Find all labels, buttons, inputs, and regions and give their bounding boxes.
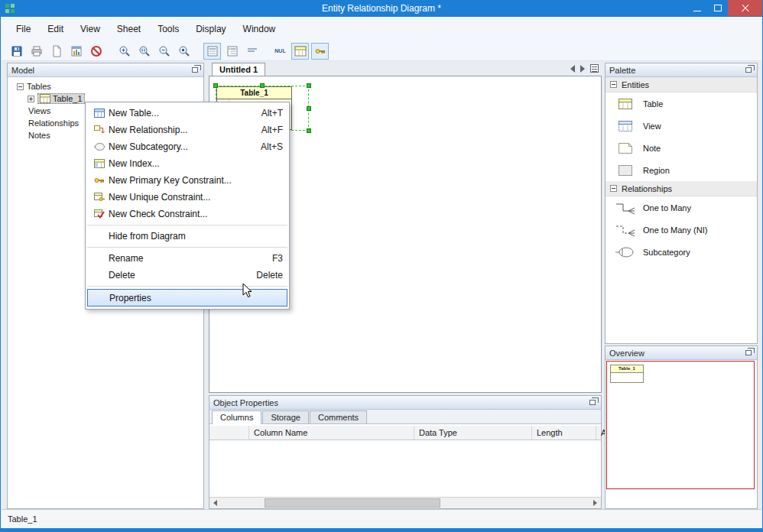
tree-selected-item[interactable]: Table_1 xyxy=(37,93,85,104)
view-columns-button[interactable] xyxy=(203,43,221,60)
stop-edit-button[interactable] xyxy=(87,43,105,60)
show-nullable-button[interactable]: NUL xyxy=(271,43,289,60)
scroll-right-button[interactable] xyxy=(589,498,601,508)
overview-viewport-rect[interactable]: Table_1 xyxy=(606,361,755,489)
menu-display[interactable]: Display xyxy=(187,20,234,38)
context-menu-item-rename[interactable]: Rename F3 xyxy=(86,250,289,267)
nav-next-icon[interactable] xyxy=(580,65,585,73)
selection-handle[interactable] xyxy=(307,128,311,133)
selection-handle[interactable] xyxy=(260,83,265,88)
float-panel-icon[interactable] xyxy=(745,67,752,73)
menu-sheet[interactable]: Sheet xyxy=(109,20,149,38)
zoom-in-button[interactable] xyxy=(115,43,133,60)
zoom-actual-button[interactable] xyxy=(135,43,153,60)
tab-comments[interactable]: Comments xyxy=(310,410,367,423)
palette-item-note[interactable]: Note xyxy=(606,137,757,159)
menu-view[interactable]: View xyxy=(72,20,109,38)
palette-item-region[interactable]: Region xyxy=(606,159,757,181)
palette-item-view[interactable]: View xyxy=(606,115,757,137)
context-menu-item-new-table[interactable]: New Table... Alt+T xyxy=(86,105,289,122)
selection-handle[interactable] xyxy=(307,83,311,88)
menu-tools[interactable]: Tools xyxy=(149,20,187,38)
view-keys-columns-button[interactable] xyxy=(223,43,241,60)
context-menu-item-new-relationship[interactable]: New Relationship... Alt+F xyxy=(86,122,289,138)
menu-item-label: Properties xyxy=(109,293,281,303)
report-button[interactable] xyxy=(67,43,85,60)
tab-untitled-1[interactable]: Untitled 1 xyxy=(212,63,265,76)
menu-edit[interactable]: Edit xyxy=(39,20,72,38)
menu-item-label: New Primary Key Constraint... xyxy=(109,175,283,186)
menu-item-shortcut: Alt+F xyxy=(261,125,283,135)
column-header-rowmark[interactable] xyxy=(209,426,249,440)
context-menu-item-new-check[interactable]: New Check Constraint... xyxy=(86,206,289,222)
object-properties-panel: Object Properties Columns Storage Commen… xyxy=(209,395,602,509)
column-header-name[interactable]: Column Name xyxy=(249,426,414,440)
table-icon xyxy=(619,99,632,109)
menu-item-label: Hide from Diagram xyxy=(109,231,283,242)
new-page-button[interactable] xyxy=(47,43,65,60)
tab-columns[interactable]: Columns xyxy=(212,410,261,424)
menu-separator xyxy=(87,225,287,225)
scrollbar-thumb[interactable] xyxy=(265,498,440,508)
zoom-in-icon xyxy=(119,45,131,57)
zoom-fit-button[interactable] xyxy=(175,43,193,60)
collapse-icon[interactable] xyxy=(17,83,24,90)
expand-icon[interactable] xyxy=(28,96,34,102)
context-menu-item-new-primary-key[interactable]: New Primary Key Constraint... xyxy=(86,172,289,189)
menu-item-shortcut: Alt+T xyxy=(261,108,283,118)
tree-item-label: Notes xyxy=(28,131,50,140)
overview-header[interactable]: Overview xyxy=(606,346,757,360)
minimize-button[interactable] xyxy=(687,0,707,16)
float-panel-icon[interactable] xyxy=(745,350,752,355)
model-panel-header[interactable]: Model xyxy=(8,63,203,77)
object-properties-header[interactable]: Object Properties xyxy=(209,396,601,410)
columns-table-body[interactable] xyxy=(209,440,601,497)
column-header-datatype[interactable]: Data Type xyxy=(414,426,532,440)
float-panel-icon[interactable] xyxy=(192,67,198,73)
save-button[interactable] xyxy=(8,43,25,60)
save-icon xyxy=(11,45,23,57)
menu-item-label: New Check Constraint... xyxy=(109,209,283,219)
palette-section-relationships[interactable]: Relationships xyxy=(606,181,757,196)
maximize-button[interactable] xyxy=(707,0,728,16)
menu-window[interactable]: Window xyxy=(235,20,284,38)
collapse-icon[interactable] xyxy=(610,185,617,192)
palette-item-one-to-many[interactable]: One to Many xyxy=(606,196,757,219)
palette-section-entities[interactable]: Entities xyxy=(606,77,757,92)
context-menu-item-hide-from-diagram[interactable]: Hide from Diagram xyxy=(86,228,289,245)
float-panel-icon[interactable] xyxy=(589,400,596,405)
zoom-out-button[interactable] xyxy=(155,43,173,60)
scroll-left-button[interactable] xyxy=(209,498,221,508)
zoom-fit-icon xyxy=(178,45,190,57)
object-properties-title: Object Properties xyxy=(213,398,589,407)
collapse-icon[interactable] xyxy=(610,81,617,88)
nav-previous-icon[interactable] xyxy=(570,65,575,73)
context-menu-item-delete[interactable]: Delete Delete xyxy=(86,267,289,284)
print-button[interactable] xyxy=(28,43,45,60)
show-keys-button[interactable] xyxy=(311,43,329,60)
menu-item-shortcut: Alt+S xyxy=(261,141,283,152)
horizontal-scrollbar[interactable] xyxy=(209,497,601,508)
overview-content[interactable]: Table_1 xyxy=(606,360,757,508)
menu-bar: File Edit View Sheet Tools Display Windo… xyxy=(2,17,761,41)
view-names-button[interactable] xyxy=(243,43,261,60)
palette-header[interactable]: Palette xyxy=(606,63,757,77)
context-menu-item-new-unique[interactable]: New Unique Constraint... xyxy=(86,189,289,206)
context-menu-item-properties[interactable]: Properties xyxy=(87,289,287,307)
tree-item-tables[interactable]: Tables xyxy=(8,80,203,92)
column-header-length[interactable]: Length xyxy=(532,426,596,440)
close-button[interactable] xyxy=(728,0,762,16)
tab-storage[interactable]: Storage xyxy=(262,410,309,423)
selection-handle[interactable] xyxy=(307,106,311,111)
selection-handle[interactable] xyxy=(213,83,218,88)
menu-file[interactable]: File xyxy=(8,20,39,38)
show-datatypes-button[interactable] xyxy=(291,43,309,60)
palette-item-one-to-many-ni[interactable]: One to Many (NI) xyxy=(606,219,757,241)
palette-item-subcategory[interactable]: Subcategory xyxy=(606,241,757,263)
palette-item-label: Region xyxy=(643,166,670,175)
title-bar[interactable]: Entity Relationship Diagram * xyxy=(1,0,762,17)
context-menu-item-new-subcategory[interactable]: New Subcategory... Alt+S xyxy=(86,138,289,155)
sheet-list-icon[interactable] xyxy=(590,64,599,73)
palette-item-table[interactable]: Table xyxy=(606,92,757,115)
context-menu-item-new-index[interactable]: New Index... xyxy=(86,155,289,172)
